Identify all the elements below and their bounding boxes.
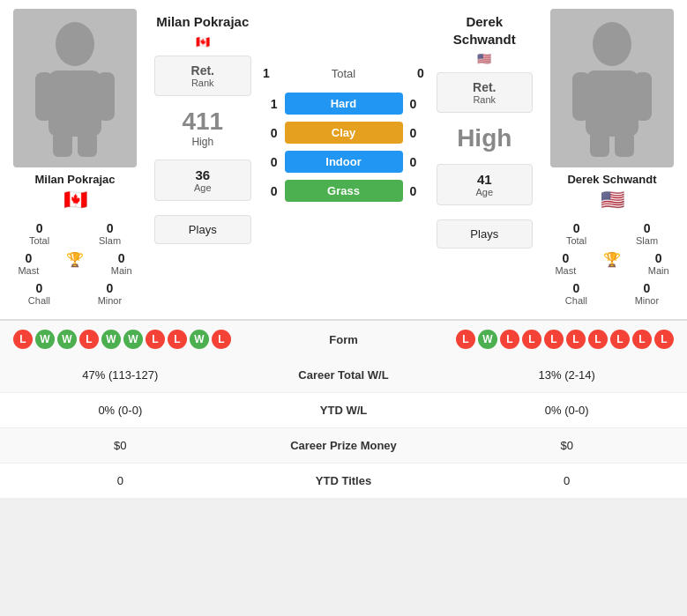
player1-ytd-titles: 0 — [0, 464, 241, 499]
ytd-titles-row: 0 YTD Titles 0 — [0, 464, 687, 499]
svg-rect-2 — [35, 72, 53, 121]
player1-career-prize: $0 — [0, 428, 241, 464]
player2-mast: 0 Mast — [555, 251, 576, 276]
p1-grass-score: 0 — [256, 184, 278, 198]
p2-clay-score: 0 — [410, 126, 432, 140]
player2-form-badges: LWLLLLLLLL — [397, 330, 675, 349]
svg-rect-4 — [53, 132, 72, 157]
player2-flag: 🇺🇸 — [601, 189, 624, 212]
player2-slam: 0 Slam — [636, 221, 658, 246]
player1-chall: 0 Chall — [28, 281, 50, 306]
form-badge: L — [544, 330, 564, 349]
form-badge: W — [123, 330, 143, 349]
p1-total-score: 1 — [256, 66, 278, 80]
player1-stats: 0 Total 0 Slam 0 Mast 🏆 — [4, 212, 146, 310]
player1-age-value: 36 — [173, 167, 233, 182]
hard-btn[interactable]: Hard — [285, 93, 403, 115]
player1-high-section: 411 High — [182, 108, 223, 148]
p2-total-score: 0 — [410, 66, 432, 80]
p2-indoor-score: 0 — [410, 155, 432, 169]
player2-chall: 0 Chall — [565, 281, 587, 306]
form-badge: W — [101, 330, 121, 349]
player1-main: 0 Main — [111, 251, 132, 276]
stats-table: 47% (113-127) Career Total W/L 13% (2-14… — [0, 358, 687, 499]
player2-total-slam-row: 0 Total 0 Slam — [541, 221, 683, 246]
p2-grass-score: 0 — [410, 184, 432, 198]
indoor-btn[interactable]: Indoor — [285, 151, 403, 173]
player2-rank: Ret. — [455, 80, 515, 94]
player2-stats: 0 Total 0 Slam 0 Mast 🏆 — [541, 212, 683, 310]
player1-photo — [13, 9, 137, 167]
player1-trophy-icon: 🏆 — [66, 251, 84, 276]
player1-card: Milan Pokrajac 🇨🇦 0 Total 0 Slam 0 — [0, 9, 150, 319]
player2-silhouette — [568, 18, 656, 159]
form-badge: L — [212, 330, 231, 349]
player2-career-wl: 13% (2-14) — [446, 358, 687, 393]
player1-high-value: 411 — [182, 108, 223, 136]
player2-ytd-wl: 0% (0-0) — [446, 393, 687, 428]
player1-career-wl: 47% (113-127) — [0, 358, 241, 393]
player1-total: 0 Total — [29, 221, 49, 246]
player2-career-prize: $0 — [446, 428, 687, 464]
svg-rect-5 — [78, 132, 97, 157]
svg-rect-1 — [49, 71, 101, 137]
player2-name: Derek Schwandt — [567, 173, 656, 186]
svg-point-6 — [593, 22, 631, 66]
ytd-wl-label: YTD W/L — [241, 393, 447, 428]
player2-flag-top: 🇺🇸 — [477, 52, 491, 65]
form-badge: L — [522, 330, 541, 349]
player2-card: Derek Schwandt 🇺🇸 0 Total 0 Slam 0 — [537, 9, 687, 319]
form-badge: L — [500, 330, 519, 349]
player1-ytd-wl: 0% (0-0) — [0, 393, 241, 428]
player2-trophy-icon: 🏆 — [603, 251, 621, 276]
player1-minor: 0 Minor — [98, 281, 123, 306]
form-badge: L — [79, 330, 99, 349]
player1-mast-main-row: 0 Mast 🏆 0 Main — [4, 251, 146, 276]
svg-rect-8 — [572, 72, 590, 121]
player2-chall-minor-row: 0 Chall 0 Minor — [541, 281, 683, 306]
grass-btn[interactable]: Grass — [285, 180, 403, 202]
player2-mast-main-row: 0 Mast 🏆 0 Main — [541, 251, 683, 276]
player1-plays-box: Plays — [154, 215, 251, 244]
player1-high-label: High — [182, 136, 223, 148]
ytd-titles-label: YTD Titles — [241, 464, 447, 499]
svg-rect-10 — [590, 132, 609, 157]
player1-plays-label: Plays — [173, 223, 233, 236]
form-badge: L — [632, 330, 652, 349]
form-badge: W — [190, 330, 209, 349]
career-prize-row: $0 Career Prize Money $0 — [0, 428, 687, 464]
player1-age-label: Age — [173, 182, 233, 193]
player2-age-box: 41 Age — [437, 164, 534, 205]
player1-rank-box: Ret. Rank — [154, 56, 251, 96]
total-label: Total — [278, 67, 410, 80]
player2-high-section: High — [457, 124, 512, 152]
form-label: Form — [291, 333, 397, 346]
player2-high-value: High — [457, 124, 512, 152]
clay-row: 0 Clay 0 — [256, 122, 432, 144]
form-badge: L — [146, 330, 165, 349]
career-prize-label: Career Prize Money — [241, 428, 447, 464]
svg-rect-11 — [615, 132, 634, 157]
p1-hard-score: 1 — [256, 97, 278, 111]
indoor-row: 0 Indoor 0 — [256, 151, 432, 173]
form-badge: L — [168, 330, 187, 349]
player1-flag-top: 🇨🇦 — [196, 35, 210, 48]
player2-age-value: 41 — [455, 172, 515, 187]
player1-form-badges: LWWLWWLLWL — [13, 330, 291, 349]
player2-rank-box: Ret. Rank — [437, 72, 534, 113]
p1-clay-score: 0 — [256, 126, 278, 140]
player2-middle-stats: Derek Schwandt 🇺🇸 Ret. Rank High 41 Age … — [432, 9, 538, 319]
grass-row: 0 Grass 0 — [256, 180, 432, 202]
clay-btn[interactable]: Clay — [285, 122, 403, 144]
player1-rank: Ret. — [173, 63, 233, 78]
player1-silhouette — [31, 18, 119, 159]
career-wl-row: 47% (113-127) Career Total W/L 13% (2-14… — [0, 358, 687, 393]
career-wl-label: Career Total W/L — [241, 358, 447, 393]
form-badge: L — [610, 330, 630, 349]
player1-chall-minor-row: 0 Chall 0 Minor — [4, 281, 146, 306]
p2-hard-score: 0 — [410, 97, 432, 111]
player1-name-top: Milan Pokrajac — [156, 13, 249, 31]
player1-total-slam-row: 0 Total 0 Slam — [4, 221, 146, 246]
player2-main: 0 Main — [648, 251, 669, 276]
player1-name: Milan Pokrajac — [34, 173, 115, 186]
